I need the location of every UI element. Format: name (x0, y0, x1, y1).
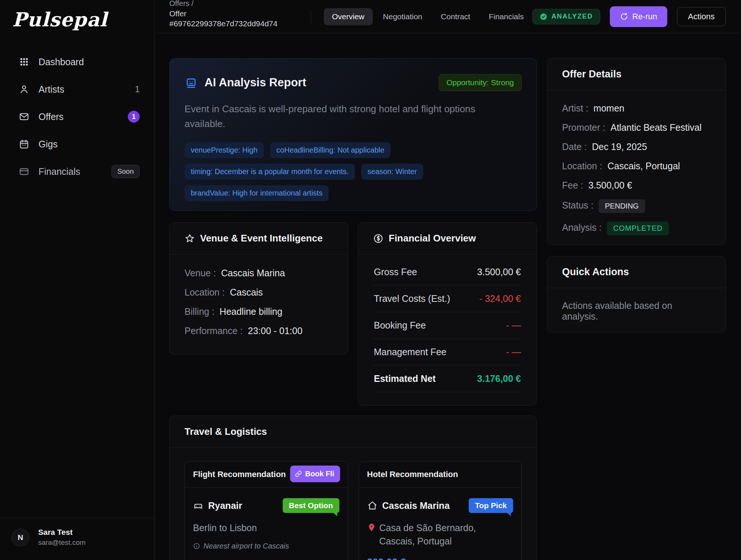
flight-note-text: Nearest airport to Cascais (203, 542, 289, 550)
flight-recommendation-card: Flight Recommendation Book Fli (185, 461, 348, 560)
mail-icon (19, 111, 30, 122)
row-value: momen (594, 103, 624, 114)
breadcrumb-offer-id: #69762299378e7d732dd94d74 (169, 19, 311, 29)
row-value: Cascais (230, 287, 263, 298)
breadcrumb: Offers / Offer #69762299378e7d732dd94d74 (169, 0, 311, 29)
row-label: Status : (562, 200, 594, 211)
tab-contract[interactable]: Contract (433, 8, 478, 25)
row-label: Gross Fee (374, 267, 417, 277)
sidebar-item-gigs[interactable]: Gigs (0, 130, 154, 158)
hotel-address: Casa de São Bernardo, Cascais, Portugal (379, 521, 510, 548)
row-label: Management Fee (374, 347, 446, 357)
actions-button[interactable]: Actions (677, 7, 726, 26)
venue-row: Venue : Cascais Marina (185, 268, 333, 279)
sidebar-item-financials[interactable]: Financials Soon (0, 158, 154, 185)
hotel-card-header: Hotel Recommendation (359, 461, 522, 488)
user-name: Sara Test (38, 528, 86, 537)
book-flight-button[interactable]: Book Fli (290, 466, 340, 482)
offer-row-fee: Fee : 3.500,00 € (562, 180, 711, 191)
travel-body: Flight Recommendation Book Fli (170, 448, 536, 560)
offer-row-status: Status : PENDING (562, 199, 711, 213)
venue-row: Location : Cascais (185, 287, 333, 298)
sidebar-item-artists[interactable]: Artists 1 (0, 76, 154, 103)
ai-tag: venuePrestige: High (185, 142, 264, 158)
hotel-name-row: Cascais Marina Top Pick (367, 498, 514, 513)
person-icon (19, 84, 30, 95)
venue-card-title: Venue & Event Intelligence (200, 233, 323, 244)
sidebar-item-offers[interactable]: Offers 1 (0, 103, 154, 130)
quick-actions-card: Quick Actions Actions available based on… (547, 256, 726, 333)
quick-actions-title: Quick Actions (562, 266, 629, 278)
sidebar-item-dashboard[interactable]: Dashboard (0, 48, 154, 76)
ai-tags: venuePrestige: High coHeadlineBilling: N… (185, 142, 518, 201)
house-icon (367, 500, 378, 511)
row-value: 23:00 - 01:00 (248, 326, 302, 336)
tab-overview[interactable]: Overview (324, 8, 373, 25)
row-label: Fee : (562, 180, 583, 191)
financial-row-booking-fee: Booking Fee - — (373, 312, 522, 339)
check-circle-icon (539, 13, 548, 21)
row-label: Promoter : (562, 122, 605, 133)
app-logo: Pulsepal (12, 8, 107, 31)
row-label: Artist : (562, 103, 588, 114)
row-label: Date : (562, 141, 587, 152)
dollar-circle-icon (373, 233, 383, 244)
opportunity-badge: Opportunity: Strong (439, 74, 522, 91)
user-profile[interactable]: N Sara Test sara@test.com (0, 518, 154, 560)
user-info: Sara Test sara@test.com (38, 528, 86, 547)
row-value: - — (506, 320, 521, 331)
breadcrumb-offers-link[interactable]: Offers / (169, 0, 311, 9)
offer-details-header: Offer Details (547, 59, 725, 90)
avatar: N (11, 529, 29, 546)
flight-card-header: Flight Recommendation Book Fli (185, 461, 348, 488)
travel-header: Travel & Logistics (170, 416, 536, 448)
offer-details-title: Offer Details (562, 69, 622, 80)
quick-actions-body: Actions available based on analysis. (547, 288, 725, 334)
refresh-icon (620, 12, 628, 21)
financial-card-title: Financial Overview (389, 233, 476, 244)
topbar-divider (311, 10, 311, 23)
tab-negotiation[interactable]: Negotiation (375, 8, 431, 25)
ai-tag: brandValue: High for international artis… (185, 185, 329, 201)
flight-route: Berlin to Lisbon (193, 521, 339, 534)
financial-card-body: Gross Fee 3.500,00 € Travel Costs (Est.)… (358, 254, 536, 392)
financial-overview-card: Financial Overview Gross Fee 3.500,00 € … (358, 222, 537, 406)
row-value: Cascais, Portugal (607, 161, 680, 171)
topbar: Offers / Offer #69762299378e7d732dd94d74… (155, 0, 741, 33)
ai-tag: timing: December is a popular month for … (185, 164, 355, 180)
star-icon (185, 233, 195, 244)
sidebar-item-label: Offers (39, 111, 128, 122)
ai-tag: coHeadlineBilling: Not applicable (270, 142, 391, 158)
hotel-name: Cascais Marina (382, 500, 450, 511)
ai-summary-text: Event in Cascais is well-prepared with s… (185, 101, 511, 131)
ai-analysis-card: AI Analysis Report Opportunity: Strong E… (169, 58, 537, 211)
ai-report-title: AI Analysis Report (205, 76, 306, 89)
link-icon (295, 470, 302, 477)
financial-row-travel-costs: Travel Costs (Est.) - 324,00 € (373, 286, 522, 312)
ai-analysis-header: AI Analysis Report Opportunity: Strong (185, 74, 522, 91)
row-value: 3.500,00 € (588, 180, 632, 191)
rerun-button[interactable]: Re-run (610, 6, 667, 27)
row-value: Headline billing (220, 306, 283, 317)
map-pin-icon (367, 523, 376, 548)
credit-card-icon (19, 166, 30, 177)
row-value: Dec 19, 2025 (592, 141, 647, 152)
venue-card-body: Venue : Cascais Marina Location : Cascai… (170, 254, 348, 336)
offers-count-badge: 1 (128, 111, 140, 123)
venue-card-header: Venue & Event Intelligence (170, 223, 348, 254)
tab-financials[interactable]: Financials (481, 8, 532, 25)
calendar-icon (19, 139, 30, 150)
bot-icon (185, 76, 198, 89)
row-label: Billing : (185, 306, 215, 317)
best-option-badge: Best Option (283, 498, 339, 513)
row-label: Performance : (185, 326, 243, 336)
hotel-price: 200,00 € (367, 557, 406, 560)
sidebar-item-label: Dashboard (39, 57, 140, 67)
offer-row-analysis: Analysis : COMPLETED (562, 221, 711, 235)
artists-count: 1 (135, 84, 140, 94)
offer-details-body: Artist : momen Promoter : Atlantic Beats… (547, 90, 725, 235)
sidebar-item-label: Financials (39, 166, 112, 177)
flight-carrier: Ryanair (208, 500, 242, 511)
row-value: - — (506, 347, 521, 357)
travel-logistics-card: Travel & Logistics Flight Recommendation… (169, 416, 537, 560)
